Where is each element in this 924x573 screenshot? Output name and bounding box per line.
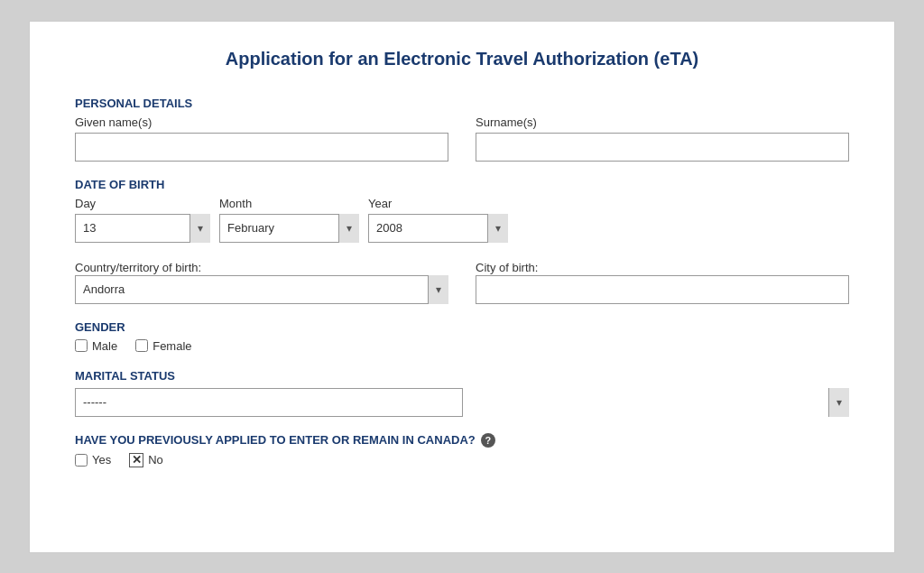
gender-male-checkbox[interactable] [75,339,88,352]
gender-section: GENDER Male Female [75,320,849,353]
year-label: Year [368,197,508,210]
day-select-wrapper: 1 2 3 4 5 6 7 8 9 10 11 12 13 14 [75,214,210,243]
page-title: Application for an Electronic Travel Aut… [75,49,849,69]
year-select-wrapper: 2008 2007 2006 2005 2004 2003 2002 2001 … [368,214,508,243]
birth-location-section: Country/territory of birth: Andorra Afgh… [75,259,849,304]
gender-male-text: Male [92,339,117,353]
page-container: Application for an Electronic Travel Aut… [29,21,895,553]
city-label: City of birth: [476,261,538,274]
canada-question-text: HAVE YOU PREVIOUSLY APPLIED TO ENTER OR … [75,433,476,447]
marital-select-wrapper: ------ Single Married Common-law Widowed… [75,388,849,417]
canada-question-label: HAVE YOU PREVIOUSLY APPLIED TO ENTER OR … [75,433,849,448]
day-field: Day 1 2 3 4 5 6 7 8 9 10 11 12 [75,197,210,243]
surname-field-group: Surname(s) [476,116,849,162]
canada-no-text: No [148,453,163,467]
country-select-wrapper: Andorra Afghanistan Albania Algeria Arge… [75,275,448,304]
year-select[interactable]: 2008 2007 2006 2005 2004 2003 2002 2001 … [368,214,508,243]
canada-yes-label[interactable]: Yes [75,453,111,467]
surname-input[interactable] [476,133,849,162]
canada-yes-text: Yes [92,453,111,467]
country-label: Country/territory of birth: [75,261,201,274]
given-names-label: Given name(s) [75,116,448,129]
canada-question-section: HAVE YOU PREVIOUSLY APPLIED TO ENTER OR … [75,433,849,467]
gender-female-checkbox[interactable] [135,339,148,352]
year-field: Year 2008 2007 2006 2005 2004 2003 2002 … [368,197,508,243]
surname-label: Surname(s) [476,116,849,129]
country-field-group: Country/territory of birth: Andorra Afgh… [75,259,448,304]
month-label: Month [219,197,359,210]
day-select[interactable]: 1 2 3 4 5 6 7 8 9 10 11 12 13 14 [75,214,210,243]
personal-details-section: PERSONAL DETAILS Given name(s) Surname(s… [75,97,849,162]
month-select[interactable]: January February March April May June Ju… [219,214,359,243]
canada-yes-checkbox[interactable] [75,454,88,467]
canada-no-label[interactable]: ✕ No [129,453,163,467]
day-label: Day [75,197,210,210]
month-field: Month January February March April May J… [219,197,359,243]
city-field-group: City of birth: [476,259,849,304]
gender-female-label[interactable]: Female [135,339,191,353]
dob-title: DATE OF BIRTH [75,178,849,191]
country-select[interactable]: Andorra Afghanistan Albania Algeria Arge… [75,275,448,304]
gender-title: GENDER [75,320,849,334]
gender-male-label[interactable]: Male [75,339,117,353]
dob-section: DATE OF BIRTH Day 1 2 3 4 5 6 7 8 9 10 [75,178,849,243]
marital-status-select[interactable]: ------ Single Married Common-law Widowed… [75,388,463,417]
help-icon[interactable]: ? [481,433,495,448]
given-names-field-group: Given name(s) [75,116,448,162]
personal-details-title: PERSONAL DETAILS [75,97,849,110]
given-names-input[interactable] [75,133,448,162]
month-select-wrapper: January February March April May June Ju… [219,214,359,243]
marital-status-title: MARITAL STATUS [75,369,849,383]
marital-status-section: MARITAL STATUS ------ Single Married Com… [75,369,849,417]
gender-female-text: Female [152,339,191,353]
city-input[interactable] [476,275,849,304]
canada-no-checkbox-visual[interactable]: ✕ [129,453,143,467]
